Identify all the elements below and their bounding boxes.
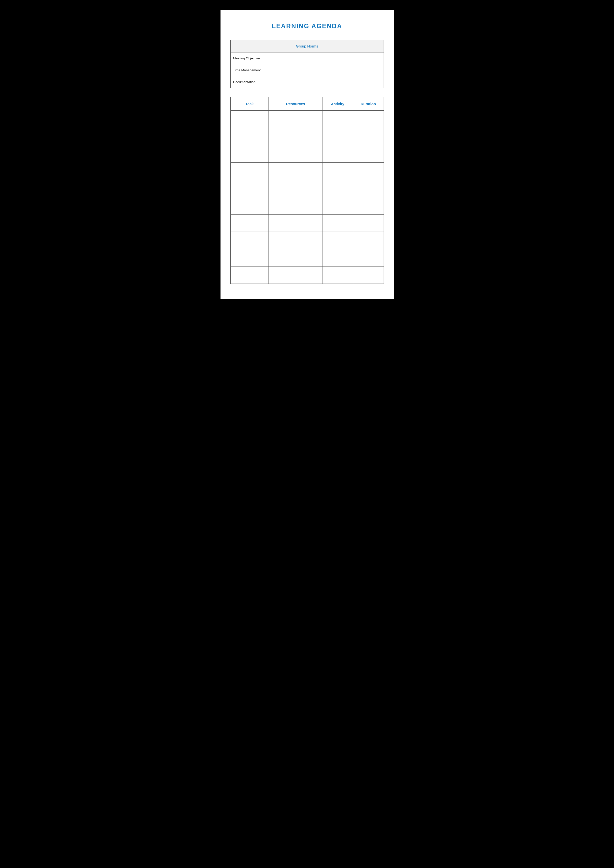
meeting-objective-label: Meeting Objective: [230, 53, 280, 64]
time-management-label: Time Management: [230, 64, 280, 76]
table-cell[interactable]: [353, 249, 384, 267]
column-header-duration: Duration: [353, 97, 384, 111]
table-cell[interactable]: [322, 145, 353, 163]
documentation-label: Documentation: [230, 76, 280, 88]
table-cell[interactable]: [269, 145, 323, 163]
table-cell[interactable]: [230, 128, 269, 145]
table-cell[interactable]: [322, 128, 353, 145]
group-norms-row: Documentation: [230, 76, 384, 88]
meeting-objective-value[interactable]: [280, 53, 384, 64]
table-cell[interactable]: [269, 197, 323, 214]
table-cell[interactable]: [353, 267, 384, 284]
table-cell[interactable]: [230, 214, 269, 232]
table-cell[interactable]: [322, 249, 353, 267]
table-cell[interactable]: [353, 163, 384, 180]
table-row: [230, 214, 384, 232]
table-cell[interactable]: [230, 232, 269, 249]
column-header-task: Task: [230, 97, 269, 111]
table-cell[interactable]: [322, 267, 353, 284]
table-cell[interactable]: [353, 111, 384, 128]
table-cell[interactable]: [269, 214, 323, 232]
table-row: [230, 249, 384, 267]
page-title: LEARNING AGENDA: [230, 22, 384, 30]
agenda-table: Task Resources Activity Duration: [230, 97, 384, 284]
table-cell[interactable]: [353, 232, 384, 249]
table-cell[interactable]: [230, 111, 269, 128]
table-cell[interactable]: [230, 267, 269, 284]
column-header-activity: Activity: [322, 97, 353, 111]
table-cell[interactable]: [269, 180, 323, 197]
table-row: [230, 145, 384, 163]
table-cell[interactable]: [353, 128, 384, 145]
table-cell[interactable]: [269, 267, 323, 284]
table-cell[interactable]: [322, 214, 353, 232]
table-cell[interactable]: [322, 232, 353, 249]
group-norms-row: Meeting Objective: [230, 53, 384, 64]
table-cell[interactable]: [230, 163, 269, 180]
table-row: [230, 128, 384, 145]
page-container: LEARNING AGENDA Group Norms Meeting Obje…: [220, 10, 394, 299]
table-cell[interactable]: [269, 111, 323, 128]
table-row: [230, 180, 384, 197]
table-cell[interactable]: [269, 128, 323, 145]
table-cell[interactable]: [230, 180, 269, 197]
group-norms-table: Group Norms Meeting Objective Time Manag…: [230, 40, 384, 88]
table-cell[interactable]: [322, 163, 353, 180]
agenda-header-row: Task Resources Activity Duration: [230, 97, 384, 111]
table-cell[interactable]: [353, 145, 384, 163]
table-cell[interactable]: [322, 197, 353, 214]
table-row: [230, 232, 384, 249]
table-cell[interactable]: [230, 197, 269, 214]
table-cell[interactable]: [322, 111, 353, 128]
table-cell[interactable]: [353, 180, 384, 197]
table-cell[interactable]: [269, 249, 323, 267]
table-cell[interactable]: [353, 197, 384, 214]
table-cell[interactable]: [269, 163, 323, 180]
table-row: [230, 111, 384, 128]
time-management-value[interactable]: [280, 64, 384, 76]
column-header-resources: Resources: [269, 97, 323, 111]
table-row: [230, 267, 384, 284]
table-row: [230, 163, 384, 180]
table-cell[interactable]: [269, 232, 323, 249]
table-cell[interactable]: [230, 145, 269, 163]
group-norms-header: Group Norms: [230, 40, 384, 53]
table-row: [230, 197, 384, 214]
group-norms-row: Time Management: [230, 64, 384, 76]
table-cell[interactable]: [353, 214, 384, 232]
documentation-value[interactable]: [280, 76, 384, 88]
table-cell[interactable]: [230, 249, 269, 267]
table-cell[interactable]: [322, 180, 353, 197]
